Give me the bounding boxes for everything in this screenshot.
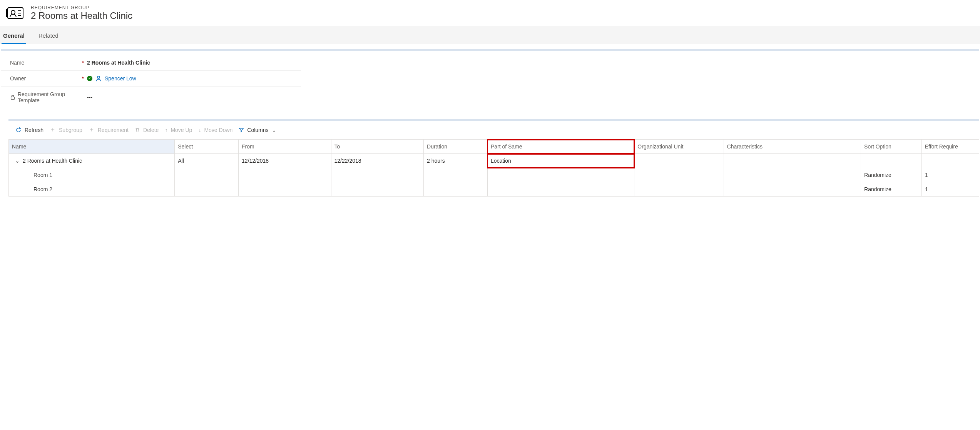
cell-duration [424,168,488,182]
cell-to [331,168,423,182]
cell-sort-option: Randomize [861,182,922,197]
cell-name: Room 1 [12,172,52,178]
col-duration[interactable]: Duration [424,140,488,154]
cell-sort-option [861,154,922,168]
required-marker: * [82,60,84,66]
cell-from [239,182,331,197]
page-header: REQUIREMENT GROUP 2 Rooms at Health Clin… [0,0,980,26]
cell-to: 12/22/2018 [331,154,423,168]
col-to[interactable]: To [331,140,423,154]
cell-from [239,168,331,182]
cell-select [175,168,239,182]
plus-icon: ＋ [50,126,56,134]
requirements-grid: Name Select From To Duration Part of Sam… [8,139,979,197]
tab-related[interactable]: Related [37,30,60,44]
arrow-up-icon: ↑ [165,127,167,133]
requirement-label: Requirement [98,127,129,133]
table-row[interactable]: Room 2 Randomize 1 [9,182,979,197]
cell-characteristics [724,168,861,182]
delete-button: Delete [135,127,159,133]
cell-duration [424,182,488,197]
plus-icon: ＋ [89,126,95,134]
cell-duration: 2 hours [424,154,488,168]
move-down-button: ↓ Move Down [198,127,232,133]
cell-from: 12/12/2018 [239,154,331,168]
svg-rect-8 [11,97,15,99]
cell-org-unit [634,182,724,197]
entity-icon [6,4,25,22]
grid-header-row: Name Select From To Duration Part of Sam… [9,140,979,154]
cell-effort: 1 [921,168,979,182]
col-effort-required[interactable]: Effort Require [921,140,979,154]
subgroup-label: Subgroup [59,127,82,133]
template-value: --- [87,94,92,100]
person-icon [95,75,102,82]
table-row[interactable]: ⌄2 Rooms at Health Clinic All 12/12/2018… [9,154,979,168]
refresh-icon [15,127,22,133]
table-row[interactable]: Room 1 Randomize 1 [9,168,979,182]
tab-list: General Related [0,26,980,44]
cell-part-of-same: Location [487,154,634,168]
chevron-down-icon[interactable]: ⌄ [15,158,20,164]
columns-button[interactable]: Columns ⌄ [239,127,276,133]
grid-toolbar: Refresh ＋ Subgroup ＋ Requirement Delete … [8,120,979,139]
cell-org-unit [634,168,724,182]
template-row: Requirement Group Template --- [1,87,301,108]
trash-icon [135,127,140,133]
svg-point-3 [11,10,15,14]
lock-icon [10,95,15,100]
funnel-icon [239,127,244,133]
owner-row: Owner * ✓ Spencer Low [1,71,301,87]
required-marker: * [82,75,84,82]
delete-label: Delete [143,127,159,133]
cell-name: Room 2 [12,186,52,192]
cell-effort: 1 [921,182,979,197]
template-label: Requirement Group Template [18,91,87,103]
owner-label: Owner [10,75,26,82]
requirement-button: ＋ Requirement [89,126,129,134]
cell-effort [921,154,979,168]
columns-label: Columns [247,127,268,133]
cell-name: 2 Rooms at Health Clinic [23,158,82,164]
svg-point-7 [97,76,100,78]
svg-rect-2 [6,9,7,17]
col-from[interactable]: From [239,140,331,154]
cell-select: All [175,154,239,168]
cell-part-of-same [487,182,634,197]
cell-to [331,182,423,197]
col-part-of-same[interactable]: Part of Same [487,140,634,154]
arrow-down-icon: ↓ [198,127,201,133]
col-select[interactable]: Select [175,140,239,154]
refresh-label: Refresh [25,127,43,133]
entity-type-label: REQUIREMENT GROUP [31,5,132,10]
col-name[interactable]: Name [9,140,175,154]
grid-section: Refresh ＋ Subgroup ＋ Requirement Delete … [8,120,979,197]
cell-org-unit [634,154,724,168]
move-up-button: ↑ Move Up [165,127,192,133]
name-row: Name * 2 Rooms at Health Clinic [1,55,301,71]
chevron-down-icon: ⌄ [272,127,276,133]
owner-link[interactable]: Spencer Low [105,75,136,82]
subgroup-button: ＋ Subgroup [50,126,82,134]
cell-characteristics [724,154,861,168]
move-up-label: Move Up [171,127,192,133]
tab-general[interactable]: General [2,30,26,44]
col-characteristics[interactable]: Characteristics [724,140,861,154]
name-label: Name [10,60,24,66]
refresh-button[interactable]: Refresh [15,127,43,133]
cell-sort-option: Randomize [861,168,922,182]
cell-characteristics [724,182,861,197]
cell-select [175,182,239,197]
col-sort-option[interactable]: Sort Option [861,140,922,154]
col-org-unit[interactable]: Organizational Unit [634,140,724,154]
status-online-icon: ✓ [87,76,92,81]
cell-part-of-same [487,168,634,182]
move-down-label: Move Down [204,127,232,133]
name-value[interactable]: 2 Rooms at Health Clinic [87,60,150,66]
form-section: Name * 2 Rooms at Health Clinic Owner * … [1,50,979,116]
page-title: 2 Rooms at Health Clinic [31,10,132,21]
